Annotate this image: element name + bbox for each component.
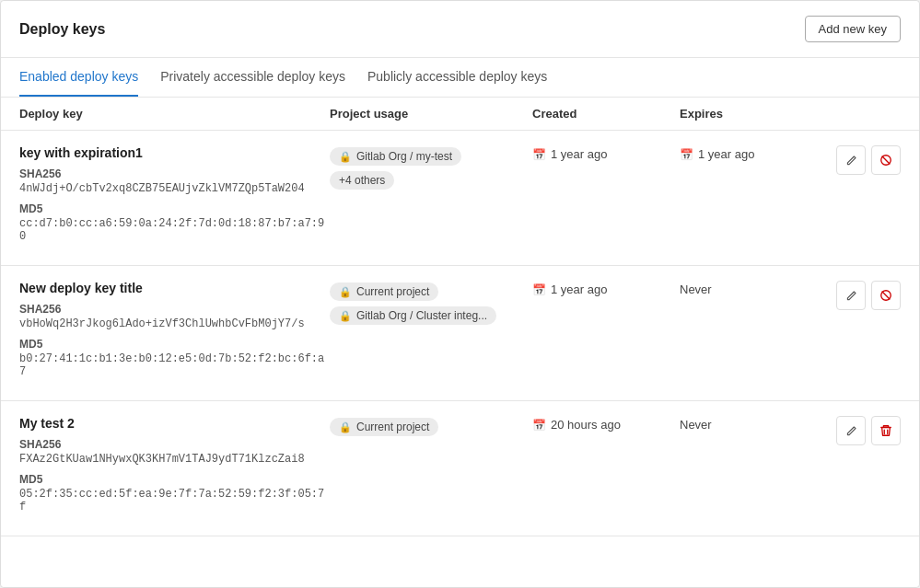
sha256-label: SHA256 xyxy=(19,167,330,180)
ban-icon xyxy=(879,154,892,167)
actions-cell xyxy=(827,281,901,310)
trash-icon xyxy=(879,424,892,437)
md5-value: cc:d7:b0:cc:a6:59:0a:24:2f:7d:0d:18:87:b… xyxy=(19,217,330,243)
remove-key-button[interactable] xyxy=(871,145,901,175)
project-usage-cell: 🔒 Gitlab Org / my-test +4 others xyxy=(330,145,532,190)
calendar-icon: 📅 xyxy=(532,419,546,432)
badge-label: Gitlab Org / my-test xyxy=(356,150,452,163)
lock-icon: 🔒 xyxy=(339,151,352,163)
page-container: Deploy keys Add new key Enabled deploy k… xyxy=(0,0,920,588)
badge-label: Current project xyxy=(356,421,429,433)
key-info: My test 2 SHA256 FXAz2GtKUaw1NHywxQK3KH7… xyxy=(19,416,330,521)
col-deploy-key: Deploy key xyxy=(19,107,330,121)
calendar-icon: 📅 xyxy=(532,283,546,296)
sha256-value: FXAz2GtKUaw1NHywxQK3KH7mV1TAJ9ydT71KlzcZ… xyxy=(19,453,330,466)
created-value: 1 year ago xyxy=(551,282,607,296)
page-header: Deploy keys Add new key xyxy=(1,1,919,58)
sha256-value: 4nWJdj+O/cbTv2xq8CZB75EAUjvZklVM7ZQp5TaW… xyxy=(19,182,330,195)
expires-value: Never xyxy=(680,282,712,296)
pencil-icon xyxy=(845,290,857,302)
ban-icon xyxy=(879,289,892,302)
lock-icon: 🔒 xyxy=(339,310,352,322)
project-usage-cell: 🔒 Current project 🔒 Gitlab Org / Cluster… xyxy=(330,281,532,325)
created-cell: 📅 1 year ago xyxy=(532,281,680,296)
key-title: My test 2 xyxy=(19,416,330,431)
remove-key-button[interactable] xyxy=(871,281,901,310)
key-info: New deploy key title SHA256 vbHoWq2H3rJk… xyxy=(19,281,330,386)
edit-key-button[interactable] xyxy=(836,281,866,310)
table-row: New deploy key title SHA256 vbHoWq2H3rJk… xyxy=(1,266,919,401)
sha256-label: SHA256 xyxy=(19,303,330,316)
calendar-icon: 📅 xyxy=(680,148,693,161)
others-badge: +4 others xyxy=(330,171,394,190)
md5-label: MD5 xyxy=(19,202,330,215)
badge-label: Current project xyxy=(356,285,429,298)
lock-icon: 🔒 xyxy=(339,286,352,298)
key-title: key with expiration1 xyxy=(19,145,330,160)
project-badge: 🔒 Gitlab Org / Cluster integ... xyxy=(330,306,496,325)
md5-label: MD5 xyxy=(19,473,330,486)
project-badge: 🔒 Current project xyxy=(330,418,438,436)
sha256-value: vbHoWq2H3rJkog6lAdo+izVf3ChlUwhbCvFbM0jY… xyxy=(19,317,330,330)
tab-enabled[interactable]: Enabled deploy keys xyxy=(19,58,138,97)
table-row: key with expiration1 SHA256 4nWJdj+O/cbT… xyxy=(1,131,919,266)
expires-cell: Never xyxy=(680,281,827,296)
created-cell: 📅 1 year ago xyxy=(532,145,680,161)
table-header: Deploy key Project usage Created Expires xyxy=(1,98,919,131)
project-badge: 🔒 Current project xyxy=(330,282,438,301)
md5-label: MD5 xyxy=(19,338,330,351)
pencil-icon xyxy=(845,425,857,437)
sha256-label: SHA256 xyxy=(19,438,330,451)
col-actions xyxy=(827,107,901,121)
pencil-icon xyxy=(845,155,857,167)
col-expires: Expires xyxy=(680,107,827,121)
project-badge: 🔒 Gitlab Org / my-test xyxy=(330,147,461,166)
calendar-icon: 📅 xyxy=(532,148,546,161)
created-cell: 📅 20 hours ago xyxy=(532,416,680,432)
project-usage-cell: 🔒 Current project xyxy=(330,416,532,436)
created-value: 1 year ago xyxy=(551,147,607,161)
table-row: My test 2 SHA256 FXAz2GtKUaw1NHywxQK3KH7… xyxy=(1,401,919,536)
key-info: key with expiration1 SHA256 4nWJdj+O/cbT… xyxy=(19,145,330,250)
edit-key-button[interactable] xyxy=(836,416,866,445)
keys-list: key with expiration1 SHA256 4nWJdj+O/cbT… xyxy=(1,131,919,536)
delete-key-button[interactable] xyxy=(871,416,901,445)
created-value: 20 hours ago xyxy=(551,418,621,432)
badge-label: Gitlab Org / Cluster integ... xyxy=(356,309,487,322)
tab-public[interactable]: Publicly accessible deploy keys xyxy=(367,58,547,97)
edit-key-button[interactable] xyxy=(836,145,866,175)
md5-value: 05:2f:35:cc:ed:5f:ea:9e:7f:7a:52:59:f2:3… xyxy=(19,488,330,513)
col-project-usage: Project usage xyxy=(330,107,532,121)
page-title: Deploy keys xyxy=(19,21,105,38)
md5-value: b0:27:41:1c:b1:3e:b0:12:e5:0d:7b:52:f2:b… xyxy=(19,352,330,378)
expires-cell: 📅 1 year ago xyxy=(680,145,827,161)
add-key-button[interactable]: Add new key xyxy=(805,16,901,42)
key-title: New deploy key title xyxy=(19,281,330,295)
lock-icon: 🔒 xyxy=(339,421,352,433)
expires-cell: Never xyxy=(680,416,827,432)
actions-cell xyxy=(827,145,901,175)
tab-private[interactable]: Privately accessible deploy keys xyxy=(160,58,345,97)
tabs-bar: Enabled deploy keys Privately accessible… xyxy=(1,58,919,98)
col-created: Created xyxy=(532,107,680,121)
expires-value: 1 year ago xyxy=(698,147,754,161)
actions-cell xyxy=(827,416,901,445)
expires-value: Never xyxy=(680,418,712,432)
others-label: +4 others xyxy=(339,174,385,187)
